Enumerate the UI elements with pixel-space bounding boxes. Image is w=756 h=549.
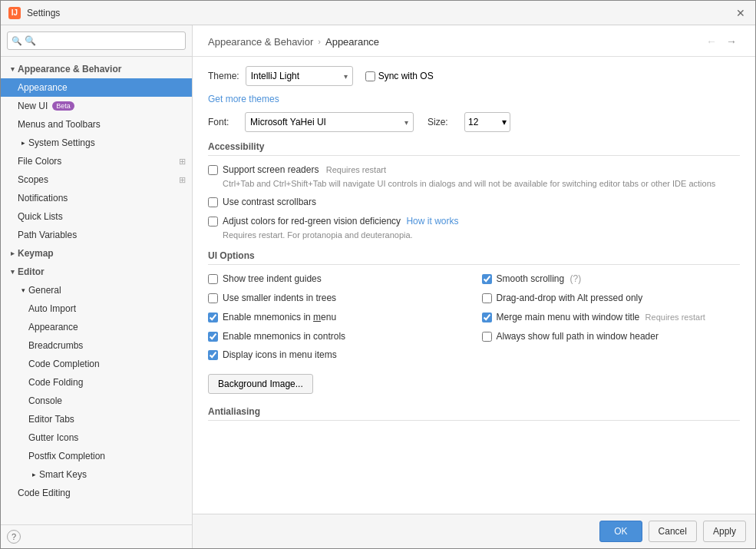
sidebar-item-editor[interactable]: ▾ Editor: [1, 263, 192, 281]
merge-main-menu-row: Merge main menu with window title Requir…: [482, 311, 741, 324]
background-image-row: Background Image...: [208, 374, 740, 394]
sidebar-item-label: Gutter Icons: [28, 432, 78, 443]
screen-readers-checkbox[interactable]: [208, 165, 218, 175]
ui-options-title: UI Options: [208, 250, 740, 265]
sidebar-item-label: Editor Tabs: [28, 414, 74, 425]
sidebar-item-menus-toolbars[interactable]: Menus and Toolbars: [1, 115, 192, 134]
merge-main-menu-hint: Requires restart: [645, 313, 705, 322]
collapse-arrow: ▾: [7, 266, 18, 277]
sidebar-item-code-folding[interactable]: Code Folding: [1, 373, 192, 392]
chevron-down-icon: ▾: [344, 72, 348, 81]
merge-main-menu-checkbox[interactable]: [482, 313, 492, 322]
ui-options-right: Smooth scrolling (?) Drag-and-drop with …: [482, 273, 741, 368]
font-dropdown[interactable]: Microsoft YaHei UI ▾: [245, 112, 414, 132]
sidebar-item-auto-import[interactable]: Auto Import: [1, 299, 192, 318]
drag-drop-label: Drag-and-drop with Alt pressed only: [497, 292, 643, 305]
accessibility-title: Accessibility: [208, 141, 740, 156]
sync-os-checkbox[interactable]: [365, 71, 375, 81]
breadcrumb-current: Appearance: [325, 36, 379, 48]
sidebar-item-appearance[interactable]: Appearance: [1, 78, 192, 97]
smooth-scrolling-info-icon: (?): [570, 273, 582, 284]
use-smaller-indents-checkbox[interactable]: [208, 293, 218, 303]
sidebar-item-path-variables[interactable]: Path Variables: [1, 226, 192, 244]
sidebar-item-label: Console: [28, 395, 62, 406]
show-tree-indent-label: Show tree indent guides: [223, 273, 322, 286]
sidebar-item-general[interactable]: ▾ General: [1, 281, 192, 299]
breadcrumb-separator: ›: [318, 37, 321, 46]
sidebar-item-scopes[interactable]: Scopes ⊞: [1, 170, 192, 189]
sidebar-item-code-completion[interactable]: Code Completion: [1, 355, 192, 373]
color-blind-row: Adjust colors for red-green vision defic…: [208, 215, 740, 241]
title-bar-left: IJ Settings: [8, 7, 60, 19]
drag-drop-row: Drag-and-drop with Alt pressed only: [482, 292, 741, 305]
contrast-scrollbars-checkbox[interactable]: [208, 197, 218, 207]
sidebar-item-code-editing[interactable]: Code Editing: [1, 484, 192, 502]
background-image-button[interactable]: Background Image...: [208, 374, 313, 394]
sidebar-item-file-colors[interactable]: File Colors ⊞: [1, 152, 192, 170]
apply-button[interactable]: Apply: [703, 521, 746, 542]
sidebar-item-system-settings[interactable]: ▸ System Settings: [1, 134, 192, 152]
close-button[interactable]: ✕: [734, 6, 748, 20]
sidebar-item-console[interactable]: Console: [1, 392, 192, 410]
color-blind-checkbox[interactable]: [208, 217, 218, 227]
ok-button[interactable]: OK: [599, 521, 642, 542]
contrast-scrollbars-label: Use contrast scrollbars: [223, 196, 316, 209]
help-button[interactable]: ?: [7, 530, 21, 544]
sidebar-item-label: Appearance: [28, 322, 78, 332]
nav-back-button[interactable]: ←: [703, 33, 720, 50]
theme-label: Theme:: [208, 71, 239, 81]
sidebar-item-label: Code Editing: [18, 488, 71, 498]
use-smaller-indents-row: Use smaller indents in trees: [208, 292, 467, 305]
color-blind-sub: Requires restart. For protanopia and deu…: [223, 230, 458, 241]
font-label: Font:: [208, 117, 239, 127]
sidebar-item-quick-lists[interactable]: Quick Lists: [1, 207, 192, 226]
screen-readers-hint: Requires restart: [326, 165, 386, 174]
how-it-works-link[interactable]: How it works: [406, 216, 458, 227]
display-icons-label: Display icons in menu items: [223, 349, 337, 362]
size-label: Size:: [428, 117, 458, 127]
display-icons-checkbox[interactable]: [208, 350, 218, 360]
use-smaller-indents-label: Use smaller indents in trees: [223, 292, 336, 305]
sidebar-item-keymap[interactable]: ▸ Keymap: [1, 244, 192, 263]
scopes-icon: ⊞: [179, 175, 186, 185]
display-icons-row: Display icons in menu items: [208, 349, 467, 362]
sidebar-item-notifications[interactable]: Notifications: [1, 189, 192, 207]
collapse-arrow: ▾: [18, 285, 28, 296]
sidebar-item-label: Menus and Toolbars: [18, 119, 101, 130]
sidebar-item-appearance-behavior[interactable]: ▾ Appearance & Behavior: [1, 60, 192, 78]
sidebar-item-smart-keys[interactable]: ▸ Smart Keys: [1, 465, 192, 484]
sidebar-item-label: Quick Lists: [18, 211, 63, 222]
search-input[interactable]: [7, 31, 186, 50]
sidebar-item-editor-appearance[interactable]: Appearance: [1, 318, 192, 336]
show-tree-indent-row: Show tree indent guides: [208, 273, 467, 286]
sidebar-item-postfix-completion[interactable]: Postfix Completion: [1, 447, 192, 465]
screen-readers-label: Support screen readers Requires restart …: [223, 164, 715, 190]
theme-dropdown[interactable]: IntelliJ Light ▾: [246, 66, 353, 86]
sidebar-item-label: Auto Import: [28, 303, 76, 314]
title-bar: IJ Settings ✕: [1, 1, 755, 25]
sidebar-item-new-ui[interactable]: New UI Beta: [1, 97, 192, 115]
smooth-scrolling-label: Smooth scrolling (?): [497, 273, 582, 286]
chevron-down-icon: ▾: [502, 117, 507, 127]
enable-mnemonics-menu-row: Enable mnemonics in menu: [208, 311, 467, 324]
merge-main-menu-label: Merge main menu with window title Requir…: [497, 311, 705, 324]
sidebar-item-breadcrumbs[interactable]: Breadcrumbs: [1, 336, 192, 355]
nav-forward-button[interactable]: →: [723, 33, 740, 50]
drag-drop-checkbox[interactable]: [482, 293, 492, 303]
always-show-path-row: Always show full path in window header: [482, 330, 741, 343]
show-tree-indent-checkbox[interactable]: [208, 274, 218, 284]
settings-window: IJ Settings ✕ 🔍 ▾ Appearance & Behavior: [0, 0, 756, 549]
enable-mnemonics-menu-checkbox[interactable]: [208, 313, 218, 322]
enable-mnemonics-controls-checkbox[interactable]: [208, 332, 218, 342]
smooth-scrolling-checkbox[interactable]: [482, 274, 492, 284]
sidebar-item-gutter-icons[interactable]: Gutter Icons: [1, 428, 192, 447]
size-dropdown[interactable]: 12 ▾: [464, 112, 510, 132]
antialiasing-title: Antialiasing: [208, 406, 740, 421]
get-more-themes-link[interactable]: Get more themes: [208, 94, 279, 104]
sidebar-item-editor-tabs[interactable]: Editor Tabs: [1, 410, 192, 428]
always-show-path-checkbox[interactable]: [482, 332, 492, 342]
sidebar-tree: ▾ Appearance & Behavior Appearance New U…: [1, 57, 192, 524]
cancel-button[interactable]: Cancel: [649, 521, 697, 542]
always-show-path-label: Always show full path in window header: [497, 330, 659, 343]
sidebar: 🔍 ▾ Appearance & Behavior Appearance: [1, 25, 193, 548]
